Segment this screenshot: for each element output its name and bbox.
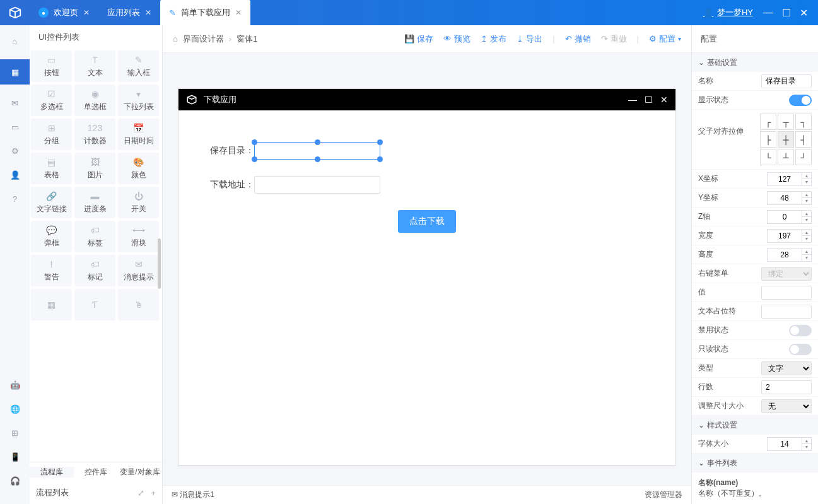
prop-value-input[interactable] (761, 286, 812, 300)
prop-disabled-toggle[interactable] (789, 325, 812, 336)
expand-icon[interactable]: ⤢ (137, 488, 144, 498)
redo-button[interactable]: ↷重做 (601, 33, 627, 45)
publish-button[interactable]: ↥发布 (481, 33, 506, 45)
ctrl-tag[interactable]: 🏷标签 (74, 221, 115, 252)
config-button[interactable]: ⚙配置▾ (649, 33, 681, 45)
prop-name-input[interactable] (761, 74, 812, 88)
resource-manager-link[interactable]: 资源管理器 (645, 489, 682, 500)
stepper-up[interactable]: ▴ (802, 438, 811, 444)
ctrl-slider[interactable]: ⟷滑块 (118, 221, 159, 252)
globe-icon[interactable]: 🌐 (9, 403, 21, 414)
ctrl-checkbox[interactable]: ☑多选框 (31, 85, 72, 116)
ctrl-input[interactable]: ✎输入框 (118, 50, 159, 82)
align-br[interactable]: ┘ (795, 149, 812, 165)
minimize-icon[interactable]: — (628, 95, 637, 105)
ctrl-progress[interactable]: ▬进度条 (74, 187, 115, 218)
home-icon[interactable]: ⌂ (173, 34, 178, 44)
maximize-icon[interactable]: ☐ (645, 95, 653, 105)
ctrl-alert[interactable]: !警告 (31, 255, 72, 286)
person-icon[interactable]: 👤 (9, 169, 21, 180)
download-button[interactable]: 点击下载 (398, 210, 456, 233)
close-icon[interactable]: ✕ (660, 95, 668, 105)
close-icon[interactable]: ✕ (235, 8, 242, 17)
stepper-up[interactable]: ▴ (802, 249, 811, 255)
section-style[interactable]: ⌄样式设置 (692, 416, 818, 435)
maximize-icon[interactable]: ☐ (782, 7, 791, 19)
stepper-up[interactable]: ▴ (802, 211, 811, 217)
footer-tab-var[interactable]: 变量/对象库 (118, 467, 162, 478)
ctrl-dialog[interactable]: 💬弹框 (31, 221, 72, 252)
align-tr[interactable]: ┐ (795, 114, 812, 130)
undo-button[interactable]: ↶撤销 (565, 33, 591, 45)
ctrl-counter[interactable]: 123计数器 (74, 119, 115, 150)
ctrl-badge[interactable]: 🏷标记 (74, 255, 115, 286)
minimize-icon[interactable]: — (763, 7, 773, 19)
close-icon[interactable]: ✕ (145, 8, 151, 17)
tab-simple-download[interactable]: ✎ 简单下载应用 ✕ (160, 0, 250, 25)
ctrl-select[interactable]: ▾下拉列表 (118, 85, 159, 116)
align-ml[interactable]: ├ (760, 131, 776, 148)
robot-icon[interactable]: 🤖 (9, 379, 21, 390)
prop-placeholder-input[interactable] (761, 305, 812, 319)
export-button[interactable]: ⤓导出 (517, 33, 542, 45)
stepper-down[interactable]: ▾ (802, 236, 811, 242)
home-icon[interactable]: ⌂ (9, 35, 21, 47)
stepper-down[interactable]: ▾ (802, 255, 811, 261)
ctrl-more1[interactable]: ▦ (31, 289, 72, 320)
breadcrumb-item[interactable]: 界面设计器 (183, 33, 224, 45)
help-icon[interactable]: ? (9, 193, 21, 204)
preview-button[interactable]: 👁预览 (443, 33, 470, 45)
save-button[interactable]: 💾保存 (404, 33, 433, 45)
align-mr[interactable]: ┤ (795, 131, 812, 148)
close-icon[interactable]: ✕ (83, 8, 90, 17)
stepper-down[interactable]: ▾ (802, 179, 811, 185)
ctrl-message[interactable]: ✉消息提示 (118, 255, 159, 286)
user-link[interactable]: 👤 梦一梦HY (703, 7, 753, 18)
align-tc[interactable]: ┬ (778, 114, 794, 130)
ctrl-image[interactable]: 🖼图片 (74, 153, 115, 184)
ctrl-switch[interactable]: ⏻开关 (118, 187, 159, 218)
add-icon[interactable]: + (151, 488, 156, 498)
section-events[interactable]: ⌄事件列表 (692, 454, 818, 472)
windows-icon[interactable]: ⊞ (9, 427, 21, 438)
headset-icon[interactable]: 🎧 (9, 475, 21, 486)
save-dir-input-selected[interactable] (254, 142, 380, 160)
download-url-input[interactable] (254, 176, 380, 194)
msg-tip-label[interactable]: 消息提示1 (180, 490, 214, 499)
stepper-up[interactable]: ▴ (802, 230, 811, 236)
stepper-up[interactable]: ▴ (802, 173, 811, 179)
stepper-up[interactable]: ▴ (802, 192, 811, 198)
stepper-down[interactable]: ▾ (802, 198, 811, 204)
align-bl[interactable]: └ (760, 149, 776, 165)
prop-contextmenu-select[interactable]: 绑定 (761, 267, 812, 281)
ctrl-link[interactable]: 🔗文字链接 (31, 187, 72, 218)
ctrl-more3[interactable]: 🖱 (118, 289, 159, 320)
section-basic[interactable]: ⌄基础设置 (692, 53, 818, 72)
mail-icon[interactable]: ✉ (9, 97, 21, 108)
canvas-area[interactable]: 下载应用 — ☐ ✕ 保存目录： (163, 53, 691, 485)
prop-readonly-toggle[interactable] (789, 344, 812, 355)
prop-x-input[interactable] (767, 172, 802, 186)
tab-app-list[interactable]: 应用列表 ✕ (98, 0, 160, 25)
prop-rows-input[interactable] (761, 380, 812, 394)
prop-y-input[interactable] (767, 191, 802, 205)
ctrl-datetime[interactable]: 📅日期时间 (118, 119, 159, 150)
ctrl-group[interactable]: ⊞分组 (31, 119, 72, 150)
close-icon[interactable]: ✕ (800, 7, 808, 19)
footer-tab-control[interactable]: 控件库 (74, 467, 118, 478)
stepper-down[interactable]: ▾ (802, 217, 811, 223)
ctrl-color[interactable]: 🎨颜色 (118, 153, 159, 184)
box-icon[interactable]: ▭ (9, 121, 21, 132)
prop-z-input[interactable] (767, 210, 802, 224)
align-bc[interactable]: ┴ (778, 149, 794, 165)
align-tl[interactable]: ┌ (760, 114, 776, 130)
stepper-down[interactable]: ▾ (802, 444, 811, 450)
prop-height-input[interactable] (767, 248, 802, 262)
prop-resize-select[interactable]: 无 (761, 399, 812, 413)
mobile-icon[interactable]: 📱 (9, 451, 21, 462)
prop-display-toggle[interactable] (789, 95, 812, 106)
tab-welcome[interactable]: ● 欢迎页 ✕ (30, 0, 98, 25)
ctrl-more2[interactable]: Ƭ (74, 289, 115, 320)
ctrl-button[interactable]: ▭按钮 (31, 50, 72, 82)
prop-type-select[interactable]: 文字 (761, 361, 812, 375)
